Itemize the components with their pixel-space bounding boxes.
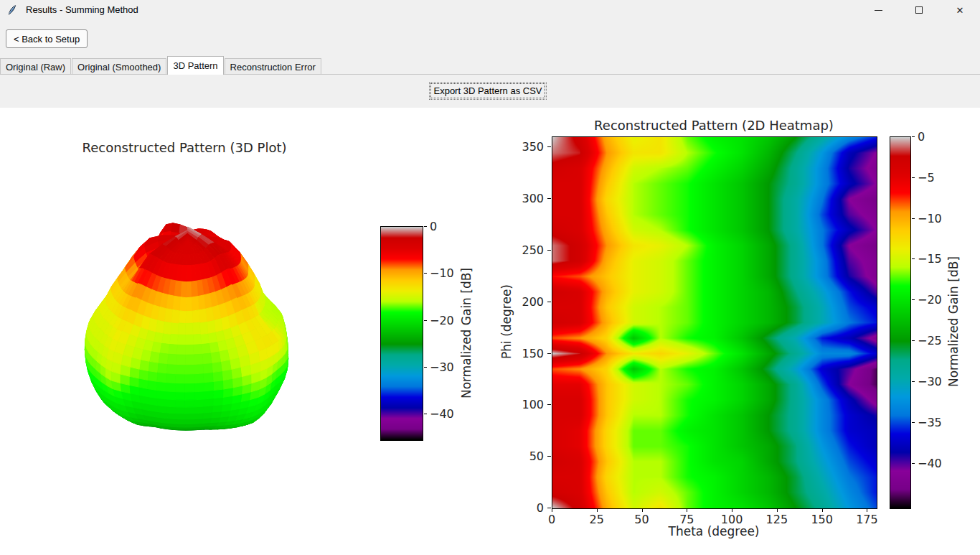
surface-colorbar bbox=[380, 226, 423, 441]
tick-mark bbox=[912, 381, 915, 382]
tick-mark bbox=[777, 508, 778, 512]
export-csv-button[interactable]: Export 3D Pattern as CSV bbox=[429, 82, 547, 100]
tick-mark bbox=[547, 146, 551, 147]
tick-mark bbox=[424, 367, 427, 368]
tick-mark bbox=[547, 198, 551, 199]
tab-strip-divider bbox=[0, 74, 980, 75]
tick-mark bbox=[912, 136, 915, 137]
tick-mark bbox=[912, 463, 915, 464]
tick-mark bbox=[547, 508, 551, 508]
heatmap-x-tick: 125 bbox=[766, 513, 788, 526]
window-title: Results - Summing Method bbox=[26, 4, 138, 15]
tab-3d-pattern[interactable]: 3D Pattern bbox=[167, 56, 223, 75]
cbar2-tick: 0 bbox=[918, 130, 925, 144]
heatmap-x-tick: 25 bbox=[590, 513, 604, 526]
tick-mark bbox=[547, 456, 551, 457]
tick-mark bbox=[912, 340, 915, 341]
heatmap-y-tick: 250 bbox=[522, 243, 544, 256]
tab-reconstruction-error[interactable]: Reconstruction Error bbox=[225, 58, 321, 75]
tick-mark bbox=[424, 273, 427, 274]
cbar2-tick: −20 bbox=[918, 293, 942, 307]
title-bar[interactable]: Results - Summing Method ✕ bbox=[0, 0, 980, 20]
tick-mark bbox=[912, 258, 915, 259]
heatmap-ylabel: Phi (degree) bbox=[499, 284, 514, 359]
tick-mark bbox=[732, 508, 732, 512]
heatmap-x-tick: 75 bbox=[679, 513, 694, 526]
heatmap-x-tick: 0 bbox=[548, 513, 555, 526]
tick-mark bbox=[642, 508, 643, 512]
cbar1-tick: 0 bbox=[430, 220, 437, 233]
heatmap-y-tick: 150 bbox=[522, 346, 544, 360]
cbar2-tick: −15 bbox=[918, 252, 942, 266]
cbar2-tick: −10 bbox=[918, 211, 942, 225]
heatmap-y-tick: 50 bbox=[529, 449, 544, 463]
tick-mark bbox=[597, 508, 598, 512]
surface-colorbar-label: Normalized Gain [dB] bbox=[459, 268, 473, 398]
cbar2-tick: −5 bbox=[918, 170, 935, 184]
results-window: Results - Summing Method ✕ < Back to Set… bbox=[0, 0, 980, 555]
heatmap-xlabel: Theta (degree) bbox=[669, 524, 760, 538]
heatmap-y-tick: 300 bbox=[522, 192, 544, 205]
tick-mark bbox=[424, 226, 427, 227]
cbar2-tick: −40 bbox=[918, 456, 942, 470]
cbar2-tick: −25 bbox=[918, 334, 942, 348]
cbar1-tick: −30 bbox=[430, 360, 454, 373]
tab-original-smoothed[interactable]: Original (Smoothed) bbox=[72, 58, 166, 75]
close-icon: ✕ bbox=[956, 5, 964, 16]
heatmap-y-tick: 100 bbox=[522, 398, 544, 411]
back-to-setup-button[interactable]: < Back to Setup bbox=[6, 29, 88, 48]
tick-mark bbox=[687, 508, 687, 512]
surface-plot-title: Reconstructed Pattern (3D Plot) bbox=[83, 140, 287, 155]
minimize-icon bbox=[875, 10, 882, 11]
tab-original-raw[interactable]: Original (Raw) bbox=[0, 58, 71, 75]
tick-mark bbox=[547, 353, 551, 354]
tick-mark bbox=[547, 302, 551, 302]
tick-mark bbox=[552, 508, 552, 512]
heatmap-plot[interactable] bbox=[552, 136, 877, 509]
tick-mark bbox=[867, 508, 867, 512]
tick-mark bbox=[912, 177, 915, 178]
heatmap-colorbar bbox=[890, 136, 911, 509]
close-button[interactable]: ✕ bbox=[943, 0, 976, 20]
tick-mark bbox=[912, 218, 915, 219]
cbar1-tick: −40 bbox=[430, 407, 454, 421]
surface-3d-plot[interactable] bbox=[50, 215, 323, 438]
tick-mark bbox=[424, 320, 427, 321]
cbar2-tick: −30 bbox=[918, 374, 942, 388]
tick-mark bbox=[547, 250, 551, 251]
cbar2-tick: −35 bbox=[918, 415, 942, 429]
tick-mark bbox=[547, 404, 551, 405]
heatmap-x-tick: 150 bbox=[811, 513, 833, 526]
heatmap-title: Reconstructed Pattern (2D Heatmap) bbox=[594, 118, 834, 133]
heatmap-x-tick: 100 bbox=[721, 513, 743, 526]
cbar1-tick: −10 bbox=[430, 266, 454, 280]
heatmap-y-tick: 200 bbox=[522, 294, 544, 308]
tick-mark bbox=[424, 414, 427, 414]
heatmap-y-tick: 350 bbox=[522, 140, 544, 154]
tick-mark bbox=[912, 422, 915, 423]
tk-feather-icon bbox=[6, 4, 18, 16]
heatmap-x-tick: 50 bbox=[634, 513, 649, 526]
maximize-button[interactable] bbox=[903, 0, 936, 20]
heatmap-x-tick: 175 bbox=[856, 513, 878, 526]
tab-bar: Original (Raw) Original (Smoothed) 3D Pa… bbox=[0, 56, 322, 75]
maximize-icon bbox=[915, 6, 923, 14]
tick-mark bbox=[912, 299, 915, 300]
minimize-button[interactable] bbox=[862, 0, 895, 20]
heatmap-colorbar-label: Normalized Gain [dB] bbox=[946, 256, 961, 387]
cbar1-tick: −20 bbox=[430, 313, 454, 327]
heatmap-y-tick: 0 bbox=[537, 501, 544, 515]
tick-mark bbox=[822, 508, 823, 512]
